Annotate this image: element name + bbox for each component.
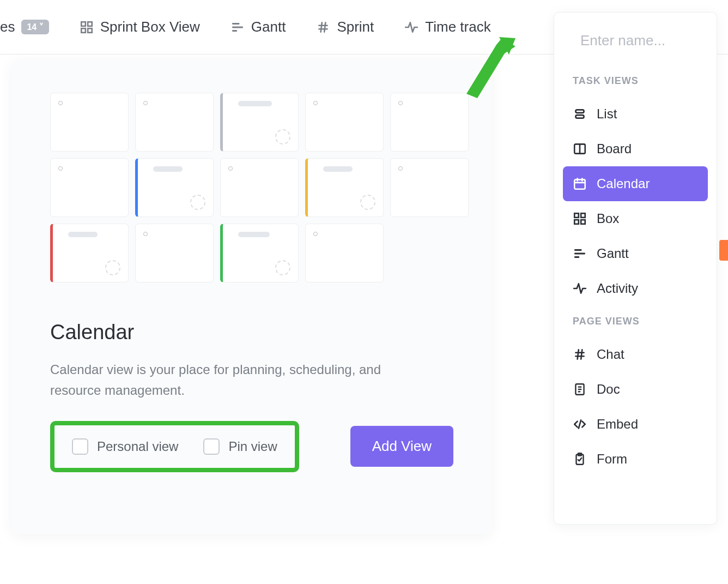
menu-label: Gantt bbox=[597, 246, 629, 261]
add-view-modal: Calendar Calendar view is your place for… bbox=[12, 60, 492, 534]
view-option-board[interactable]: Board bbox=[563, 131, 708, 166]
svg-line-10 bbox=[325, 22, 326, 32]
menu-label: Board bbox=[597, 141, 632, 156]
hash-icon bbox=[316, 20, 330, 34]
preview-card bbox=[50, 93, 129, 152]
tab-gantt[interactable]: Gantt bbox=[230, 19, 286, 35]
edge-indicator bbox=[719, 240, 728, 261]
svg-line-32 bbox=[578, 350, 579, 359]
preview-card bbox=[220, 224, 299, 282]
menu-label: List bbox=[597, 106, 617, 122]
activity-icon bbox=[573, 281, 587, 296]
svg-rect-3 bbox=[88, 28, 92, 33]
board-icon bbox=[573, 142, 587, 156]
svg-line-33 bbox=[581, 350, 582, 359]
svg-rect-19 bbox=[574, 179, 585, 189]
calendar-preview bbox=[50, 93, 453, 282]
tab-label: Sprint bbox=[337, 19, 374, 35]
hash-icon bbox=[573, 347, 587, 362]
doc-icon bbox=[573, 382, 587, 396]
svg-rect-2 bbox=[81, 28, 86, 33]
menu-label: Calendar bbox=[597, 176, 650, 191]
svg-line-9 bbox=[321, 22, 322, 32]
options-highlight: Personal view Pin view bbox=[50, 421, 299, 472]
view-option-gantt[interactable]: Gantt bbox=[563, 236, 708, 271]
menu-label: Doc bbox=[597, 382, 620, 397]
menu-label: Box bbox=[597, 211, 619, 226]
svg-rect-25 bbox=[574, 220, 579, 224]
view-option-activity[interactable]: Activity bbox=[563, 271, 708, 306]
view-name-row bbox=[563, 32, 708, 65]
preview-card bbox=[305, 93, 384, 152]
personal-view-option[interactable]: Personal view bbox=[72, 438, 178, 455]
tab-sprint-box-view[interactable]: Sprint Box View bbox=[80, 19, 200, 35]
preview-card bbox=[135, 224, 214, 282]
view-option-list[interactable]: List bbox=[563, 97, 708, 131]
calendar-icon bbox=[573, 177, 587, 191]
svg-rect-26 bbox=[581, 220, 585, 224]
preview-card bbox=[305, 224, 384, 282]
preview-card bbox=[135, 158, 214, 217]
svg-rect-1 bbox=[88, 22, 92, 26]
preview-card bbox=[135, 93, 214, 152]
preview-card bbox=[390, 158, 469, 217]
clipboard-icon bbox=[573, 452, 587, 466]
tab-label: Time track bbox=[425, 19, 490, 35]
menu-label: Chat bbox=[597, 347, 624, 362]
preview-card bbox=[305, 158, 384, 217]
preview-card bbox=[220, 93, 299, 152]
gantt-icon bbox=[573, 246, 587, 261]
page-views-header: PAGE VIEWS bbox=[563, 306, 708, 337]
pin-view-option[interactable]: Pin view bbox=[203, 438, 277, 455]
preview-card bbox=[220, 158, 299, 217]
preview-card bbox=[50, 158, 129, 217]
view-title: Calendar bbox=[50, 321, 453, 344]
tab-truncated[interactable]: es 14 ˅ bbox=[0, 19, 49, 35]
menu-label: Form bbox=[597, 451, 627, 467]
tab-label: Gantt bbox=[251, 19, 286, 35]
svg-rect-24 bbox=[581, 213, 585, 218]
tab-truncated-label: es bbox=[0, 19, 15, 35]
preview-card bbox=[50, 224, 129, 282]
view-option-chat[interactable]: Chat bbox=[563, 337, 708, 372]
tab-sprint[interactable]: Sprint bbox=[316, 19, 374, 35]
menu-label: Embed bbox=[597, 417, 638, 432]
preview-card bbox=[390, 93, 469, 152]
checkbox-icon[interactable] bbox=[72, 438, 88, 455]
menu-label: Activity bbox=[597, 281, 638, 296]
view-option-box[interactable]: Box bbox=[563, 201, 708, 236]
svg-rect-15 bbox=[575, 110, 584, 112]
count-badge[interactable]: 14 ˅ bbox=[21, 20, 48, 34]
modal-footer: Personal view Pin view Add View bbox=[50, 421, 453, 472]
list-icon bbox=[573, 107, 587, 121]
view-option-embed[interactable]: Embed bbox=[563, 407, 708, 442]
gantt-icon bbox=[230, 20, 245, 34]
view-option-calendar[interactable]: Calendar bbox=[563, 166, 708, 201]
view-option-doc[interactable]: Doc bbox=[563, 372, 708, 407]
box-grid-icon bbox=[573, 212, 587, 226]
view-description: Calendar view is your place for planning… bbox=[50, 359, 421, 401]
activity-icon bbox=[404, 20, 418, 34]
view-type-panel: TASK VIEWS List Board Calendar Box Gantt bbox=[554, 12, 717, 525]
option-label: Pin view bbox=[228, 439, 277, 454]
add-view-button[interactable]: Add View bbox=[350, 426, 453, 467]
option-label: Personal view bbox=[97, 439, 178, 454]
view-option-form[interactable]: Form bbox=[563, 442, 708, 477]
svg-line-38 bbox=[579, 420, 581, 428]
task-views-header: TASK VIEWS bbox=[563, 65, 708, 97]
svg-rect-16 bbox=[575, 115, 584, 118]
svg-rect-0 bbox=[81, 22, 86, 26]
checkbox-icon[interactable] bbox=[203, 438, 220, 455]
tab-time-tracking[interactable]: Time track bbox=[404, 19, 490, 35]
tab-label: Sprint Box View bbox=[100, 19, 200, 35]
view-name-input[interactable] bbox=[580, 32, 717, 49]
svg-rect-23 bbox=[574, 213, 579, 218]
code-icon bbox=[573, 417, 587, 431]
box-grid-icon bbox=[80, 20, 94, 34]
